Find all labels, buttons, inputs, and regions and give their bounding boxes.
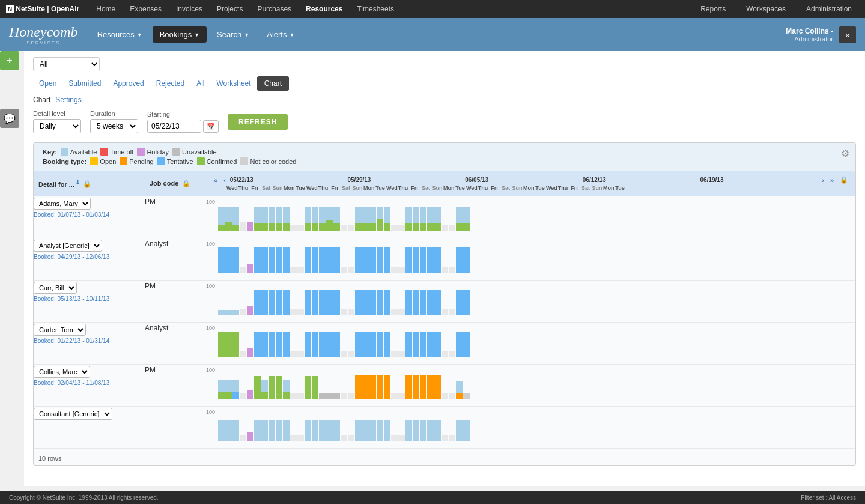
bar-co12 xyxy=(305,420,311,441)
bar-m24 xyxy=(391,393,398,399)
bar-ct6 xyxy=(261,332,268,357)
bar-c31 xyxy=(442,309,448,315)
day-w4-d5: Sun xyxy=(512,185,523,191)
nav-btn-search[interactable]: Search ▼ xyxy=(210,26,256,43)
duration-select[interactable]: 5 weeks 4 weeks 3 weeks 2 weeks 1 week xyxy=(90,119,138,133)
resource-select-collins[interactable]: Collins, Marc xyxy=(34,366,90,378)
bar-c17 xyxy=(341,309,347,315)
key-label: Key: xyxy=(43,148,57,156)
duration-label: Duration xyxy=(90,110,138,117)
legend-pending: Pending xyxy=(120,157,153,165)
nav-btn-alerts[interactable]: Alerts ▼ xyxy=(260,26,302,43)
day-w2-d1: Wed xyxy=(306,185,317,191)
bar-m12 xyxy=(305,376,311,399)
nav-projects[interactable]: Projects xyxy=(210,0,250,18)
nav-next[interactable]: › xyxy=(820,177,826,184)
bar-co26 xyxy=(405,420,412,441)
nav-workspaces[interactable]: Workspaces xyxy=(739,0,793,18)
nav-prev[interactable]: ‹ xyxy=(222,177,228,184)
resource-select-adams[interactable]: Adams, Mary xyxy=(34,198,91,210)
resource-name-row-carter: Carter, Tom xyxy=(34,324,145,336)
bar-c5 xyxy=(254,290,261,315)
nav-reports[interactable]: Reports xyxy=(693,0,733,18)
bar-c21 xyxy=(369,290,376,315)
bar-co2 xyxy=(232,420,239,441)
bar-m15 xyxy=(326,393,333,399)
bar-m2 xyxy=(232,376,239,399)
expand-button[interactable]: » xyxy=(839,26,856,43)
nav-resources[interactable]: Resources xyxy=(299,0,350,18)
tab-submitted[interactable]: Submitted xyxy=(62,77,107,90)
bar-a6 xyxy=(261,247,268,273)
tab-worksheet[interactable]: Worksheet xyxy=(210,77,256,90)
bar-co4 xyxy=(247,432,253,441)
booking-info-collins: Booked: 02/04/13 - 11/08/13 xyxy=(34,380,145,386)
bar-m17 xyxy=(341,393,347,399)
tab-all[interactable]: All xyxy=(190,77,210,90)
bar-m34 xyxy=(463,393,470,399)
top-nav: N NetSuite | OpenAir Home Expenses Invoi… xyxy=(0,0,865,18)
bar-22 xyxy=(377,204,383,231)
nav-btn-bookings[interactable]: Bookings ▼ xyxy=(153,26,207,43)
add-button[interactable]: + xyxy=(0,51,19,70)
tab-chart[interactable]: Chart xyxy=(257,76,289,91)
nav-expenses[interactable]: Expenses xyxy=(123,0,169,18)
alerts-arrow-icon: ▼ xyxy=(289,32,294,38)
tab-rejected[interactable]: Rejected xyxy=(150,77,190,90)
resource-select-carr[interactable]: Carr, Bill xyxy=(34,282,77,294)
day-w4-d3: Fri xyxy=(489,185,500,191)
resources-arrow-icon: ▼ xyxy=(137,32,142,38)
chart-100-label-consultant: 100 xyxy=(206,409,215,415)
filter-select[interactable]: All My Resources Active Only xyxy=(33,57,100,71)
resource-select-carter[interactable]: Carter, Tom xyxy=(34,324,86,336)
tab-open[interactable]: Open xyxy=(33,77,62,90)
day-w5-d6: Mon xyxy=(603,185,614,191)
bar-18 xyxy=(348,225,354,231)
bar-m16 xyxy=(333,393,340,399)
resource-name-row-analyst: Analyst [Generic] xyxy=(34,240,145,252)
bar-co5 xyxy=(254,420,261,441)
timeoff-swatch xyxy=(100,148,108,156)
bar-a15 xyxy=(326,247,333,273)
search-arrow-icon: ▼ xyxy=(244,32,249,38)
resource-select-consultant[interactable]: Consultant [Generic] xyxy=(34,408,112,420)
resource-select-analyst[interactable]: Analyst [Generic] xyxy=(34,240,102,252)
bar-co7 xyxy=(269,420,275,441)
nav-home[interactable]: Home xyxy=(89,0,123,18)
bar-ct34 xyxy=(463,332,470,357)
nav-prev-prev[interactable]: « xyxy=(212,177,219,184)
chart-bars-carr: 100 xyxy=(205,281,855,323)
bar-ct31 xyxy=(442,351,448,357)
bar-a11 xyxy=(297,267,304,273)
bar-c18 xyxy=(348,309,354,315)
nav-timesheets[interactable]: Timesheets xyxy=(350,0,401,18)
detail-level-label: Detail level xyxy=(33,110,81,117)
bar-co17 xyxy=(341,435,347,441)
day-w1-d4: Sat xyxy=(261,185,272,191)
bar-co13 xyxy=(312,420,318,441)
bar-ct7 xyxy=(269,332,275,357)
booking-info-carter: Booked: 01/22/13 - 01/31/14 xyxy=(34,338,145,344)
bar-1 xyxy=(225,204,232,231)
nav-administration[interactable]: Administration xyxy=(799,0,859,18)
detail-superscript: 1 xyxy=(76,179,79,185)
starting-input[interactable] xyxy=(147,120,201,133)
gear-icon[interactable]: ⚙ xyxy=(841,148,849,159)
date-nav-header: « ‹ 05/22/13 05/29/13 xyxy=(205,171,855,196)
bar-c27 xyxy=(413,290,419,315)
bar-co31 xyxy=(442,435,448,441)
nav-next-next[interactable]: » xyxy=(828,177,836,184)
nav-btn-resources[interactable]: Resources ▼ xyxy=(90,26,150,43)
tab-approved[interactable]: Approved xyxy=(107,77,150,90)
nav-purchases[interactable]: Purchases xyxy=(250,0,299,18)
booking-info-carr: Booked: 05/13/13 - 10/11/13 xyxy=(34,296,145,302)
calendar-button[interactable]: 📅 xyxy=(203,120,219,133)
detail-level-select[interactable]: Daily Weekly xyxy=(33,119,81,133)
settings-link[interactable]: Settings xyxy=(55,96,81,104)
lock-icon-detail: 🔒 xyxy=(83,180,91,187)
comment-button[interactable]: 💬 xyxy=(0,109,19,128)
refresh-button[interactable]: REFRESH xyxy=(228,114,288,130)
bar-c12 xyxy=(305,290,311,315)
bars-collins xyxy=(205,366,855,399)
nav-invoices[interactable]: Invoices xyxy=(169,0,210,18)
